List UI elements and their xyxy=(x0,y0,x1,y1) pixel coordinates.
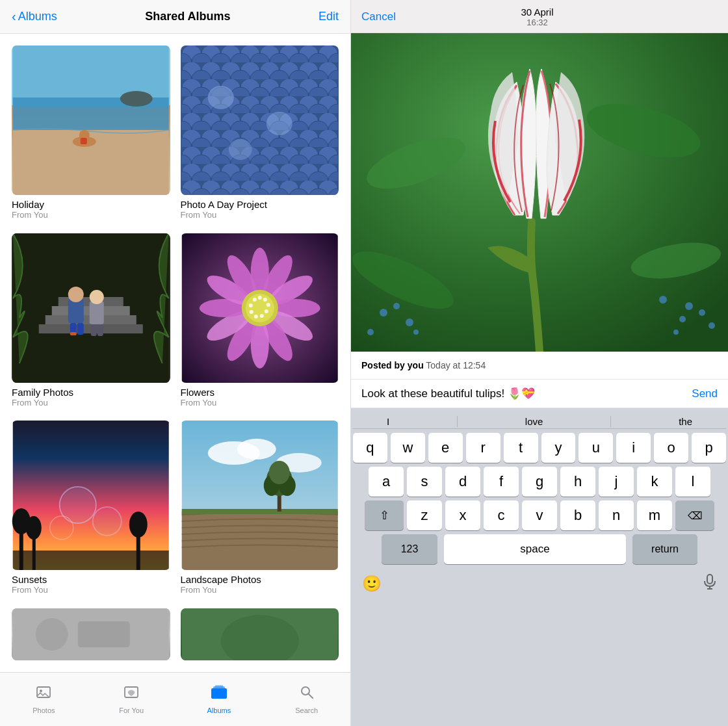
svg-point-59 xyxy=(129,512,148,538)
suggestion-1[interactable]: I xyxy=(387,416,389,427)
key-y[interactable]: y xyxy=(541,433,576,463)
svg-point-44 xyxy=(257,296,261,300)
tab-search[interactable]: Search xyxy=(263,673,350,726)
tab-search-label: Search xyxy=(295,707,318,714)
key-h[interactable]: h xyxy=(560,467,595,497)
right-panel: Cancel 30 April 16:32 xyxy=(351,0,728,726)
comment-input[interactable]: Look at these beautiful tulips! 🌷💝 xyxy=(361,387,685,400)
album-item[interactable]: Landscape Photos From You xyxy=(176,415,344,603)
album-name: Family Photos xyxy=(12,387,170,398)
key-k[interactable]: k xyxy=(637,467,672,497)
photo-view xyxy=(351,33,728,352)
key-d[interactable]: d xyxy=(445,467,480,497)
key-n[interactable]: n xyxy=(599,500,634,530)
svg-point-49 xyxy=(254,315,257,318)
key-g[interactable]: g xyxy=(522,467,557,497)
key-x[interactable]: x xyxy=(445,500,480,530)
svg-rect-105 xyxy=(707,575,712,584)
return-key[interactable]: return xyxy=(632,534,697,564)
svg-point-78 xyxy=(36,618,68,651)
delete-key[interactable]: ⌫ xyxy=(675,500,714,530)
svg-point-83 xyxy=(40,690,42,692)
svg-rect-71 xyxy=(181,509,337,514)
edit-button[interactable]: Edit xyxy=(318,10,339,23)
svg-point-100 xyxy=(659,296,667,304)
svg-point-97 xyxy=(685,302,693,310)
search-tab-icon xyxy=(299,684,315,704)
key-q[interactable]: q xyxy=(353,433,387,463)
key-u[interactable]: u xyxy=(578,433,613,463)
album-item[interactable]: Holiday From You xyxy=(6,40,176,228)
key-r[interactable]: r xyxy=(466,433,500,463)
key-j[interactable]: j xyxy=(599,467,634,497)
key-f[interactable]: f xyxy=(484,467,519,497)
left-panel: ‹ Albums Shared Albums Edit xyxy=(0,0,351,726)
key-w[interactable]: w xyxy=(391,433,425,463)
svg-rect-65 xyxy=(13,551,169,570)
key-z[interactable]: z xyxy=(407,500,442,530)
album-thumbnail xyxy=(181,608,339,660)
back-button[interactable]: ‹ Albums xyxy=(12,9,57,24)
svg-point-102 xyxy=(708,322,715,329)
album-name: Flowers xyxy=(181,387,339,398)
key-e[interactable]: e xyxy=(428,433,463,463)
suggestion-2[interactable]: love xyxy=(525,416,543,427)
tab-photos[interactable]: Photos xyxy=(0,673,88,726)
key-t[interactable]: t xyxy=(504,433,538,463)
back-chevron-icon: ‹ xyxy=(12,9,16,24)
mic-button[interactable] xyxy=(703,574,717,593)
key-l[interactable]: l xyxy=(675,467,710,497)
svg-point-96 xyxy=(406,318,413,326)
svg-rect-6 xyxy=(81,138,87,144)
key-s[interactable]: s xyxy=(407,467,442,497)
album-name: Holiday xyxy=(12,199,170,210)
space-key[interactable]: space xyxy=(444,534,626,564)
key-a[interactable]: a xyxy=(369,467,404,497)
photos-tab-icon xyxy=(36,684,51,704)
shift-key[interactable]: ⇧ xyxy=(365,500,404,530)
svg-point-13 xyxy=(266,112,292,135)
keyboard-row-3: ⇧ z x c v b n m ⌫ xyxy=(353,500,726,530)
back-label: Albums xyxy=(18,10,57,23)
key-b[interactable]: b xyxy=(560,500,595,530)
album-item[interactable]: Family Photos From You xyxy=(6,228,176,416)
svg-point-51 xyxy=(248,304,252,307)
emoji-button[interactable]: 🙂 xyxy=(362,575,382,593)
key-o[interactable]: o xyxy=(654,433,688,463)
album-name: Sunsets xyxy=(12,574,170,585)
keyboard-row-2: a s d f g h j k l xyxy=(353,467,726,497)
key-v[interactable]: v xyxy=(522,500,557,530)
album-sub: From You xyxy=(12,398,170,408)
album-item[interactable] xyxy=(6,603,176,673)
suggestion-3[interactable]: the xyxy=(679,416,692,427)
svg-point-2 xyxy=(120,91,153,107)
num-key[interactable]: 123 xyxy=(382,534,437,564)
keyboard-bottom-bar: 🙂 xyxy=(353,568,726,597)
album-item[interactable]: Sunsets From You xyxy=(6,415,176,603)
tab-albums[interactable]: Albums xyxy=(176,673,263,726)
album-thumbnail xyxy=(12,233,170,383)
key-i[interactable]: i xyxy=(616,433,651,463)
album-sub: From You xyxy=(181,585,339,595)
svg-rect-79 xyxy=(78,621,130,647)
svg-point-88 xyxy=(302,687,309,695)
svg-point-63 xyxy=(94,508,120,534)
svg-rect-28 xyxy=(70,332,77,335)
page-title: Shared Albums xyxy=(145,10,230,23)
tab-for-you[interactable]: For You xyxy=(88,673,176,726)
album-item[interactable]: Flowers From You xyxy=(176,228,344,416)
posted-by-text: Posted by you Today at 12:54 xyxy=(361,360,486,370)
send-button[interactable]: Send xyxy=(692,387,718,400)
left-header: ‹ Albums Shared Albums Edit xyxy=(0,0,350,34)
cancel-button[interactable]: Cancel xyxy=(361,10,396,23)
date-label: 30 April xyxy=(521,6,553,18)
key-m[interactable]: m xyxy=(637,500,672,530)
key-p[interactable]: p xyxy=(692,433,726,463)
key-c[interactable]: c xyxy=(484,500,519,530)
tab-bar: Photos For You Albums xyxy=(0,672,350,726)
svg-rect-87 xyxy=(215,685,223,688)
albums-grid: Holiday From You xyxy=(0,34,350,672)
svg-point-46 xyxy=(266,303,270,307)
album-item[interactable] xyxy=(176,603,344,673)
album-item[interactable]: Photo A Day Project From You xyxy=(176,40,344,228)
